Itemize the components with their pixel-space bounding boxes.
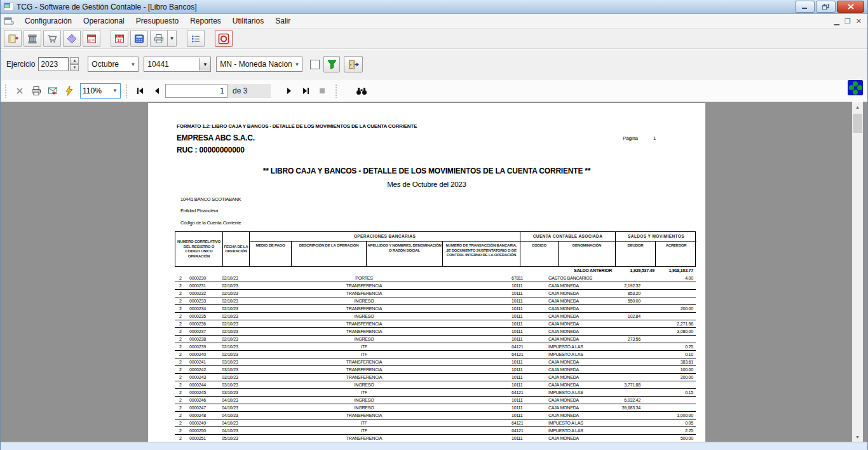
print-button[interactable] — [150, 30, 168, 47]
search-binoculars-icon — [356, 86, 367, 95]
window-close-button[interactable] — [837, 1, 864, 13]
header-deudor: DEUDOR — [615, 241, 655, 266]
chevron-down-icon: ▼ — [292, 62, 302, 67]
window-restore-button[interactable] — [816, 1, 836, 13]
book-exit-button[interactable] — [4, 30, 22, 47]
calculator-button[interactable] — [130, 30, 148, 47]
apply-filter-button[interactable] — [323, 56, 340, 72]
menu-presupuesto[interactable]: Presupuesto — [130, 15, 184, 27]
menu-configuracion[interactable]: Configuración — [19, 15, 78, 27]
printer-icon — [153, 33, 165, 44]
menu-bar: Configuración Operacional Presupuesto Re… — [0, 14, 868, 29]
report-bank-line: 10441 BANCO SCOTIABANK — [180, 196, 241, 202]
search-button[interactable] — [353, 83, 370, 99]
ejercicio-spinner[interactable]: ▲ ▼ — [70, 57, 79, 71]
table-header: NUMERO CORRELATIVO DEL REGISTRO O CODIGO… — [175, 231, 696, 267]
header-group-saldos: SALDOS Y MOVIMIENTOS — [615, 232, 696, 241]
tag-icon — [66, 33, 78, 44]
prev-page-button[interactable] — [149, 83, 165, 99]
table-row: 20000230 02/10/23 PORTES 67811 GASTOS BA… — [175, 275, 696, 282]
bank-button[interactable] — [24, 30, 41, 47]
spin-down-icon[interactable]: ▼ — [70, 64, 79, 71]
filter-funnel-icon — [327, 59, 337, 70]
form-icon — [86, 33, 97, 44]
main-toolbar: 17 ▼ — [0, 29, 868, 49]
stop-button[interactable] — [314, 83, 330, 99]
menu-utilitarios[interactable]: Utilitarios — [227, 15, 269, 27]
tag-button[interactable] — [63, 30, 81, 47]
header-codigo: CODIGO — [520, 241, 558, 266]
toolbar-grip — [335, 84, 337, 98]
exit-module-button[interactable] — [344, 56, 363, 72]
saldo-anterior-deudor: 1,929,537.49 — [614, 267, 654, 275]
saldo-anterior-row: SALDO ANTERIOR 1,929,537.49 1,918,102.77 — [175, 267, 696, 275]
nav-next-icon — [285, 87, 293, 95]
scrollbar-thumb[interactable] — [853, 114, 862, 133]
power-exit-button[interactable] — [215, 30, 233, 47]
menu-operacional[interactable]: Operacional — [78, 15, 130, 27]
header-correlativo: NUMERO CORRELATIVO DEL REGISTRO O CODIGO… — [175, 232, 222, 266]
close-preview-button[interactable] — [11, 83, 28, 99]
purchases-button[interactable] — [43, 30, 61, 47]
report-page: FORMATO 1.2: LIBRO CAJA Y BANCOS - DETAL… — [148, 103, 705, 442]
title-bar: TCG - Software de Gestión Contable - [Li… — [0, 0, 868, 14]
book-exit-icon — [7, 33, 18, 44]
svg-text:17: 17 — [117, 38, 122, 42]
month-select[interactable]: Octubre ▼ — [88, 57, 139, 72]
filter-checkbox[interactable] — [310, 60, 320, 69]
saldo-anterior-acreedor: 1,918,102.77 — [654, 267, 696, 275]
child-minimize-button[interactable]: ▁ — [834, 18, 839, 25]
exit-door-icon — [348, 59, 360, 70]
table-row: 20000239 02/10/23 ITF 64121 IMPUESTO A L… — [175, 343, 696, 351]
print-report-button[interactable] — [28, 83, 44, 99]
account-select[interactable]: 10441 ▼ — [144, 57, 211, 72]
export-button[interactable] — [44, 83, 61, 99]
calendar-button[interactable]: 17 — [111, 30, 128, 47]
calendar-icon: 17 — [114, 33, 125, 44]
table-row: 20000243 03/10/23 TRANSFERENCIA 10111 CA… — [175, 374, 696, 381]
ejercicio-input[interactable]: 2023 — [38, 57, 69, 71]
chevron-down-icon: ▼ — [128, 62, 138, 67]
table-row: 20000234 02/10/23 TRANSFERENCIA 10111 CA… — [175, 305, 696, 313]
vertical-scrollbar[interactable]: ▲ ▼ — [852, 102, 863, 442]
chevron-down-icon: ▼ — [110, 88, 120, 93]
zoom-select[interactable]: ▼ — [80, 83, 121, 99]
menu-reportes[interactable]: Reportes — [184, 15, 227, 27]
menu-salir[interactable]: Salir — [269, 15, 296, 27]
child-restore-button[interactable]: ❐ — [844, 18, 851, 25]
child-close-button[interactable]: ✕ — [856, 18, 862, 25]
spin-up-icon[interactable]: ▲ — [70, 57, 79, 64]
report-title: ** LIBRO CAJA Y BANCOS - DETALLE DE LOS … — [148, 167, 705, 175]
first-page-button[interactable] — [132, 83, 149, 99]
next-page-button[interactable] — [281, 83, 297, 99]
currency-select[interactable]: MN - Moneda Nacional ▼ — [216, 57, 302, 72]
window-minimize-button[interactable] — [795, 1, 815, 13]
zoom-input[interactable] — [81, 86, 110, 95]
form-button[interactable] — [83, 30, 100, 47]
calculator-icon — [133, 33, 145, 44]
window-bottom-frame — [0, 442, 868, 450]
report-pagina-value: 1 — [653, 135, 656, 141]
last-page-button[interactable] — [297, 83, 314, 99]
table-row: 20000238 02/10/23 INGRESO 10111 CAJA MON… — [175, 336, 696, 343]
header-apellidos: APELLIDOS Y NOMBRES, DENOMINACIÓN O RAZÓ… — [366, 241, 442, 266]
close-icon — [848, 4, 854, 10]
chevron-down-icon: ▼ — [199, 58, 210, 71]
cart-icon — [46, 33, 58, 44]
table-row: 20000236 02/10/23 TRANSFERENCIA 10111 CA… — [175, 320, 696, 328]
window-left-frame — [0, 0, 1, 450]
lightning-icon — [65, 86, 74, 96]
scroll-up-icon[interactable]: ▲ — [852, 102, 863, 112]
export-mail-icon — [47, 85, 58, 97]
scroll-down-icon[interactable]: ▼ — [852, 432, 863, 442]
print-options-dropdown[interactable]: ▼ — [168, 30, 177, 47]
list-button[interactable] — [187, 30, 205, 47]
minimize-icon — [801, 4, 808, 10]
toolbar-grip — [4, 84, 7, 98]
header-descripcion: DESCRIPCIÓN DE LA OPERACIÓN — [291, 241, 366, 266]
page-number-input[interactable] — [165, 84, 227, 98]
stop-icon — [319, 88, 325, 94]
mdi-child-icon — [4, 17, 14, 25]
refresh-button[interactable] — [61, 83, 78, 99]
nav-first-icon — [137, 87, 144, 95]
